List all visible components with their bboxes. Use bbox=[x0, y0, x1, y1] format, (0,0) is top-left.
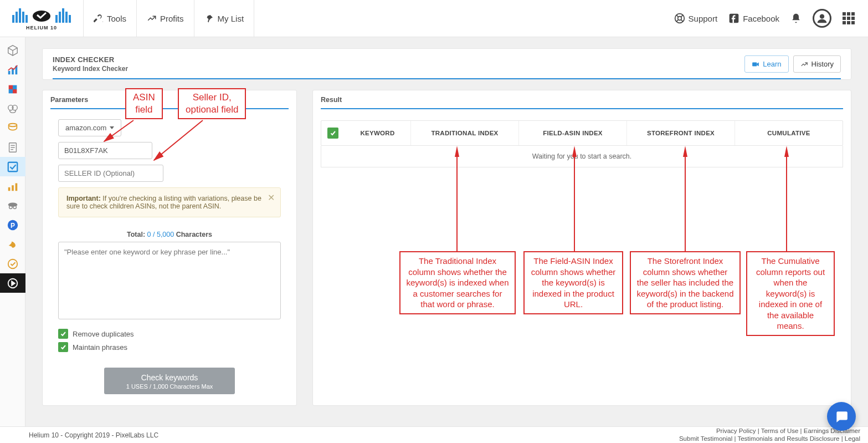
svg-text:HELIUM 10: HELIUM 10 bbox=[26, 25, 57, 30]
svg-rect-26 bbox=[13, 89, 17, 93]
keywords-textarea[interactable] bbox=[58, 242, 281, 319]
svg-marker-47 bbox=[757, 62, 759, 66]
svg-line-14 bbox=[676, 15, 678, 17]
parameters-panel: Parameters amazon.com Important: If you'… bbox=[42, 90, 297, 406]
sidebar: P bbox=[0, 37, 25, 426]
check-btn-line1: Check keywords bbox=[126, 373, 213, 382]
sidebar-item-puzzle[interactable] bbox=[0, 79, 25, 99]
sidebar-item-spy[interactable] bbox=[0, 196, 25, 215]
support-link[interactable]: Support bbox=[674, 13, 718, 24]
footer-copyright: Helium 10 - Copyright 2019 - PixelLabs L… bbox=[29, 431, 158, 439]
callout-storefront: The Storefront Index column shows whethe… bbox=[630, 251, 741, 314]
col-traditional: TRADITIONAL INDEX bbox=[411, 121, 519, 145]
result-panel: Result KEYWORD TRADITIONAL INDEX FIELD-A… bbox=[312, 90, 851, 406]
svg-point-12 bbox=[675, 14, 684, 23]
sidebar-item-index-checker[interactable] bbox=[0, 157, 25, 176]
grid-icon bbox=[843, 12, 855, 24]
nav-tab-mylist[interactable]: My List bbox=[194, 0, 255, 37]
nav-tab-label: Tools bbox=[107, 14, 126, 23]
svg-point-29 bbox=[8, 123, 17, 126]
nav-right: Support Facebook bbox=[674, 9, 862, 28]
svg-marker-45 bbox=[12, 281, 15, 285]
sidebar-item-trend[interactable] bbox=[0, 176, 25, 196]
remove-duplicates-checkbox[interactable]: Remove duplicates bbox=[58, 329, 281, 339]
result-heading: Result bbox=[313, 90, 851, 108]
asin-input[interactable] bbox=[58, 142, 152, 159]
svg-rect-20 bbox=[8, 70, 10, 74]
alert-close-icon[interactable]: ✕ bbox=[268, 192, 275, 203]
facebook-link[interactable]: Facebook bbox=[728, 13, 779, 24]
footer: Helium 10 - Copyright 2019 - PixelLabs L… bbox=[0, 426, 868, 443]
history-icon bbox=[800, 60, 808, 68]
notifications-button[interactable] bbox=[790, 13, 802, 24]
nav-tab-tools[interactable]: Tools bbox=[83, 0, 137, 37]
pin-icon bbox=[204, 13, 214, 23]
marketplace-dropdown[interactable]: amazon.com bbox=[58, 119, 121, 136]
svg-rect-4 bbox=[25, 15, 28, 23]
sidebar-item-bucket[interactable] bbox=[0, 118, 25, 138]
logo[interactable]: HELIUM 10 bbox=[0, 5, 83, 32]
support-label: Support bbox=[689, 14, 718, 23]
page-title: INDEX CHECKER bbox=[53, 55, 128, 64]
check-keywords-button[interactable]: Check keywords 1 USES / 1,000 Characters… bbox=[104, 368, 235, 394]
svg-rect-3 bbox=[22, 12, 24, 23]
user-icon bbox=[816, 13, 828, 24]
nav-tab-profits[interactable]: Profits bbox=[137, 0, 194, 37]
col-field-asin: FIELD-ASIN INDEX bbox=[519, 121, 627, 145]
remove-dup-label: Remove duplicates bbox=[73, 330, 134, 338]
svg-line-16 bbox=[676, 20, 678, 22]
facebook-label: Facebook bbox=[743, 14, 779, 23]
svg-rect-7 bbox=[62, 8, 64, 23]
top-nav: HELIUM 10 Tools Profits My List Support … bbox=[0, 0, 868, 37]
svg-rect-46 bbox=[752, 62, 757, 66]
sidebar-item-box[interactable] bbox=[0, 40, 25, 60]
app-body: P INDEX CHECKER Keyword Index Checker Le… bbox=[0, 37, 868, 426]
svg-rect-6 bbox=[59, 12, 61, 23]
total-suffix: Characters bbox=[174, 231, 212, 238]
svg-rect-0 bbox=[12, 15, 14, 23]
apps-grid-button[interactable] bbox=[843, 12, 855, 24]
important-alert: Important: If you're checking a listing … bbox=[58, 187, 281, 217]
svg-point-43 bbox=[8, 259, 17, 268]
bell-icon bbox=[790, 13, 802, 24]
seller-id-input[interactable] bbox=[58, 165, 163, 182]
history-label: History bbox=[811, 60, 834, 68]
sidebar-item-chart[interactable] bbox=[0, 60, 25, 79]
history-button[interactable]: History bbox=[793, 55, 841, 73]
chat-button[interactable] bbox=[827, 402, 856, 431]
footer-links[interactable]: Privacy Policy | Terms of Use | Earnings… bbox=[679, 427, 860, 443]
total-prefix: Total: bbox=[127, 231, 147, 238]
profits-icon bbox=[147, 13, 157, 23]
nav-tabs: Tools Profits My List bbox=[83, 0, 254, 37]
support-icon bbox=[674, 13, 685, 24]
svg-point-19 bbox=[820, 14, 824, 19]
maintain-label: Maintain phrases bbox=[73, 343, 127, 352]
check-icon bbox=[58, 329, 68, 339]
parameters-heading: Parameters bbox=[43, 90, 296, 108]
check-icon bbox=[327, 128, 338, 139]
sidebar-item-doc[interactable] bbox=[0, 138, 25, 157]
sidebar-item-play[interactable] bbox=[0, 273, 25, 293]
total-count: 0 / 5,000 bbox=[147, 231, 174, 238]
svg-point-13 bbox=[677, 17, 681, 21]
select-all-checkbox[interactable] bbox=[321, 128, 345, 139]
col-storefront: STOREFRONT INDEX bbox=[627, 121, 735, 145]
maintain-phrases-checkbox[interactable]: Maintain phrases bbox=[58, 342, 281, 352]
sidebar-item-lamp[interactable] bbox=[0, 235, 25, 254]
account-avatar[interactable] bbox=[813, 9, 831, 28]
page-header: INDEX CHECKER Keyword Index Checker Lear… bbox=[42, 48, 851, 80]
sidebar-item-p[interactable]: P bbox=[0, 215, 25, 235]
tools-icon bbox=[94, 13, 104, 23]
svg-rect-5 bbox=[55, 15, 58, 23]
svg-rect-25 bbox=[8, 89, 12, 93]
learn-label: Learn bbox=[763, 60, 781, 68]
facebook-icon bbox=[728, 13, 739, 24]
page-subtitle: Keyword Index Checker bbox=[53, 65, 128, 73]
sidebar-item-brain[interactable] bbox=[0, 99, 25, 118]
col-keyword: KEYWORD bbox=[345, 121, 411, 145]
check-icon bbox=[58, 342, 68, 352]
callout-traditional: The Traditional Index column shows wheth… bbox=[399, 251, 516, 314]
learn-button[interactable]: Learn bbox=[744, 55, 788, 73]
svg-text:P: P bbox=[11, 221, 15, 229]
sidebar-item-shield[interactable] bbox=[0, 254, 25, 273]
